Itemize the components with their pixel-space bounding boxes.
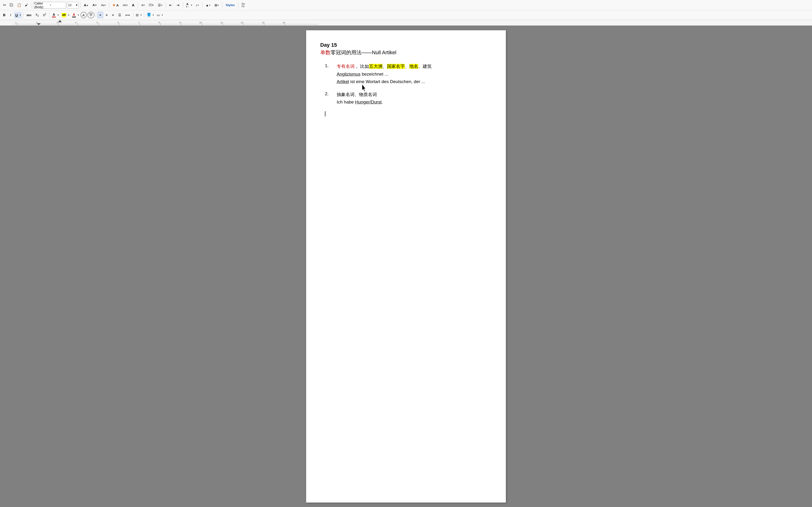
toolbar-row1: ✂ ⿻ 📋 🖌 Calibri (Body) ▾ 12 ▾ A▲ A▼ [0, 0, 812, 10]
sep-b: 、 [405, 64, 409, 69]
sep-a: 、 [383, 64, 387, 69]
underline-main[interactable]: U [14, 12, 19, 18]
sep9 [238, 2, 239, 8]
sep10 [23, 12, 23, 18]
page[interactable]: Day 15 单数零冠词的用法——Null Artikel 1. 专有名词， 比… [306, 30, 506, 503]
list-item-1: 1. 专有名词， 比如五大洲、国家名字、地名、建筑 Anglizismus be… [325, 63, 492, 84]
increase-indent-button[interactable]: ⇥ [175, 2, 181, 8]
svg-marker-31 [362, 84, 366, 91]
paste-button[interactable]: 📋 [15, 2, 23, 8]
column-align-arrow[interactable]: ▾ [140, 12, 143, 18]
para-bg-arrow[interactable]: ▾ [152, 12, 155, 18]
font-grow-button[interactable]: A▲ [82, 2, 90, 8]
svg-text:4: 4 [75, 21, 77, 24]
ruler: 1 2 3 4 5 6 7 8 9 [0, 20, 812, 25]
copy-button[interactable]: ⿻ [8, 2, 15, 8]
char-style-button[interactable]: A [81, 12, 87, 18]
artikel-rest: ist eine Wortart des Deutschen, der ... [349, 79, 425, 84]
sort-button[interactable]: A ▼ ↑ ▾ [185, 2, 193, 8]
border-arrow[interactable]: ▾ [161, 12, 164, 18]
column-align-main[interactable]: ⊟ [135, 12, 140, 18]
svg-marker-29 [58, 20, 62, 22]
sort-main[interactable]: A ▼ ↑ [185, 2, 190, 8]
jian-zhu: 、建筑 [418, 64, 432, 69]
para-bg-main[interactable]: 🪣 [146, 12, 152, 18]
bold-label: B [3, 13, 5, 17]
char-shading-main[interactable]: A [71, 12, 77, 18]
sep13 [133, 12, 133, 18]
subscript-button[interactable]: X2 [34, 12, 40, 18]
char-button[interactable]: A [131, 2, 136, 8]
list-item-1-line3: Artikel ist eine Wortart des Deutschen, … [337, 78, 492, 85]
highlight-main[interactable]: ab [60, 12, 67, 18]
bi-ru: ， 比如 [355, 64, 369, 69]
column-align-split[interactable]: ⊟ ▾ [135, 12, 143, 18]
char-button2[interactable]: 字 [87, 12, 94, 18]
font-size-value: 12 [68, 3, 76, 7]
shading-button[interactable]: ▲ ▾ [204, 2, 212, 8]
list-item-1-line1: 专有名词， 比如五大洲、国家名字、地名、建筑 [337, 63, 492, 70]
list-item-2: 2. 抽象名词、物质名词 Ich habe Hunger/Durst. [325, 91, 492, 107]
bullet-list-button[interactable]: ≡ ▾ [140, 2, 146, 8]
font-color-main[interactable]: A [51, 12, 57, 18]
abc-button[interactable]: abc [121, 2, 130, 8]
format-painter-button[interactable]: 🖌 [23, 2, 30, 8]
sep2 [80, 2, 81, 8]
char-shading-arrow[interactable]: ▾ [77, 12, 80, 18]
document-area: Day 15 单数零冠词的用法——Null Artikel 1. 专有名词， 比… [0, 25, 812, 507]
highlight-split[interactable]: ab ▾ [60, 12, 70, 18]
styles-label: Styles [226, 3, 235, 7]
decrease-indent-button[interactable]: ⇤ [167, 2, 174, 8]
font-shrink-button[interactable]: A▼ [91, 2, 98, 8]
svg-text:10: 10 [199, 21, 202, 24]
numbered-list-button[interactable]: ⑴ ▾ [147, 2, 155, 8]
italic-button[interactable]: I [8, 12, 13, 18]
ich-habe: Ich habe [337, 100, 355, 105]
bezeichnet: bezeichnet ... [360, 72, 388, 76]
sep11 [49, 12, 49, 18]
align-right-button[interactable]: ≡ [110, 12, 116, 18]
para-bg-split[interactable]: 🪣 ▾ [146, 12, 155, 18]
cut-button[interactable]: ✂ [1, 2, 8, 8]
font-name-selector[interactable]: Calibri (Body) ▾ [33, 2, 66, 8]
line-spacing-button[interactable]: ↕ ▾ [194, 2, 200, 8]
char-shading-split[interactable]: A ▾ [71, 12, 80, 18]
di-ming: 地名 [409, 64, 418, 69]
border-split[interactable]: ▭ ▾ [156, 12, 164, 18]
highlight-arrow[interactable]: ▾ [67, 12, 70, 18]
align-center-button[interactable]: ≡ [104, 12, 109, 18]
mouse-cursor-svg [360, 84, 367, 93]
border-main[interactable]: ▭ [156, 12, 161, 18]
sep4 [138, 2, 138, 8]
styles-button[interactable]: Styles [224, 2, 237, 8]
svg-text:5: 5 [97, 21, 98, 24]
underline-split-button[interactable]: U ▾ [14, 12, 22, 18]
text-cursor [325, 111, 325, 116]
clear-formatting-button[interactable]: ✖ A [111, 2, 120, 8]
font-color-split[interactable]: A ▾ [51, 12, 60, 18]
underline-arrow[interactable]: ▾ [19, 12, 22, 18]
ruler-svg: 1 2 3 4 5 6 7 8 9 [13, 20, 318, 25]
sort-arrow[interactable]: ▾ [190, 2, 193, 8]
list-num-2: 2. [325, 91, 337, 107]
justify-button[interactable]: ☰ [116, 12, 123, 18]
font-color-arrow[interactable]: ▾ [57, 12, 60, 18]
bold-button[interactable]: B [1, 12, 7, 18]
align-left-button[interactable]: ≡ [98, 12, 103, 18]
svg-text:8: 8 [159, 21, 160, 24]
distribute-button[interactable]: ⟺ [123, 12, 132, 18]
toolbar: ✂ ⿻ 📋 🖌 Calibri (Body) ▾ 12 ▾ A▲ A▼ [0, 0, 812, 20]
list-num-1: 1. [325, 63, 337, 84]
strikethrough-button[interactable]: abc [25, 12, 33, 18]
list-item-1-line2: Anglizismus bezeichnet ... [337, 71, 492, 78]
sep3 [109, 2, 109, 8]
list-item-2-line1: 抽象名词、物质名词 [337, 91, 492, 98]
borders-button[interactable]: ⊞ ▾ [213, 2, 220, 8]
font-size-selector[interactable]: 12 ▾ [67, 2, 79, 8]
clipboard-group: ✂ ⿻ 📋 🖌 [1, 2, 30, 8]
superscript-button[interactable]: X2 [41, 12, 48, 18]
font-name-arrow: ▾ [50, 4, 65, 6]
change-case-button[interactable]: Aa ▾ [99, 2, 107, 8]
text-cursor-area [325, 111, 492, 116]
multilevel-list-button[interactable]: ☰ ▾ [156, 2, 164, 8]
